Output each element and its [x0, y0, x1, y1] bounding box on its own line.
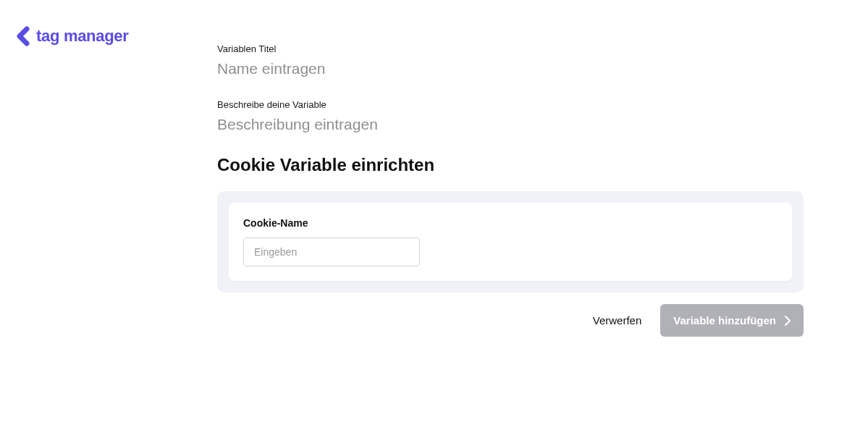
variable-desc-label: Beschreibe deine Variable — [217, 99, 804, 110]
brand-chevron-icon — [16, 26, 32, 46]
brand-name: tag manager — [36, 27, 129, 46]
cookie-config-panel: Cookie-Name — [217, 191, 804, 293]
section-title: Cookie Variable einrichten — [217, 155, 804, 175]
cookie-name-label: Cookie-Name — [243, 217, 778, 229]
add-variable-button[interactable]: Variable hinzufügen — [660, 304, 804, 337]
cookie-name-input[interactable] — [243, 237, 420, 266]
variable-desc-input[interactable]: Beschreibung eintragen — [217, 116, 804, 133]
add-variable-button-label: Variable hinzufügen — [673, 314, 776, 327]
form-actions: Verwerfen Variable hinzufügen — [217, 304, 804, 337]
brand-logo[interactable]: tag manager — [16, 26, 129, 46]
chevron-right-icon — [785, 316, 791, 326]
discard-button[interactable]: Verwerfen — [593, 314, 642, 327]
cookie-config-card: Cookie-Name — [229, 203, 792, 281]
variable-title-label: Variablen Titel — [217, 43, 804, 54]
main-content: Variablen Titel Name eintragen Beschreib… — [217, 43, 804, 337]
variable-title-input[interactable]: Name eintragen — [217, 60, 804, 77]
